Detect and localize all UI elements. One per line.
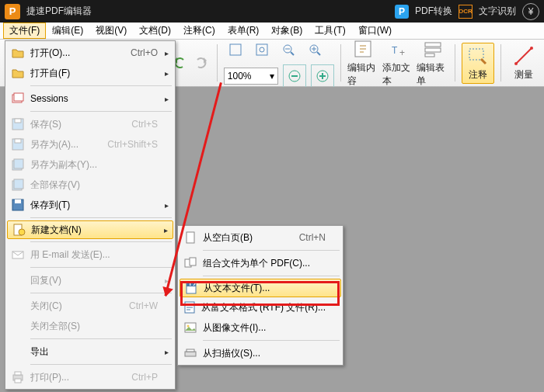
pdf-convert-icon[interactable]: P: [395, 5, 409, 19]
menu-comment[interactable]: 注释(C): [177, 23, 221, 39]
svg-text:+: +: [399, 47, 405, 58]
submenu-combine-label: 组合文件为单个 PDF(C)...: [201, 257, 326, 270]
menu-revert-label: 回复(V): [29, 274, 158, 287]
submenu-from-image[interactable]: 从图像文件(I)...: [180, 317, 341, 338]
svg-rect-2: [230, 44, 241, 55]
submenu-from-scanner[interactable]: 从扫描仪(S)...: [180, 343, 341, 363]
menu-edit[interactable]: 编辑(E): [46, 23, 89, 39]
submenu-from-scanner-label: 从扫描仪(S)...: [201, 347, 326, 360]
zoom-out-icon[interactable]: [277, 38, 300, 61]
annotate-label: 注释: [469, 68, 487, 82]
menu-tool[interactable]: 工具(T): [309, 23, 351, 39]
app-title: 捷速PDF编辑器: [26, 5, 92, 18]
svg-rect-21: [425, 48, 441, 52]
menu-open-from[interactable]: 打开自(F)▸: [7, 63, 173, 83]
menu-form[interactable]: 表单(R): [221, 23, 266, 39]
redo-icon[interactable]: [192, 51, 211, 75]
submenu-from-rtf-label: 从富文本格式 (RTF) 文件(R)...: [200, 301, 326, 314]
menu-object[interactable]: 对象(B): [265, 23, 309, 39]
menu-save-label: 保存(S): [29, 118, 108, 131]
svg-rect-3: [256, 44, 267, 55]
folder-icon: [11, 66, 25, 80]
menu-export-label: 导出: [29, 345, 158, 359]
menu-close-shortcut: Ctrl+W: [129, 300, 158, 311]
svg-rect-54: [185, 352, 196, 356]
menu-new-document[interactable]: 新建文档(N)▸: [7, 220, 173, 239]
new-doc-icon: [12, 223, 26, 237]
svg-rect-52: [185, 323, 196, 332]
zoom-plus-button[interactable]: [311, 64, 334, 88]
submenu-from-image-label: 从图像文件(I)...: [201, 321, 326, 335]
zoom-value: 100%: [228, 71, 252, 82]
menu-save-to-label: 保存到(T): [29, 199, 158, 212]
edit-content-button[interactable]: 编辑内容: [347, 38, 379, 88]
svg-point-4: [260, 47, 264, 52]
submenu-from-text[interactable]: TXT从文本文件(T)...: [180, 279, 341, 297]
zoom-fit-icon[interactable]: [224, 38, 247, 61]
menu-export[interactable]: 导出▸: [7, 342, 173, 362]
zoom-actual-icon[interactable]: [250, 38, 274, 61]
menu-document[interactable]: 文档(D): [133, 23, 177, 39]
svg-rect-32: [15, 139, 21, 143]
pdf-convert-label[interactable]: PDF转换: [415, 5, 452, 18]
zoom-in-icon[interactable]: [303, 38, 326, 61]
zoom-minus-button[interactable]: [283, 64, 306, 88]
submenu-from-blank-label: 从空白页(B): [201, 231, 276, 245]
combine-icon: [183, 256, 197, 270]
svg-rect-38: [15, 199, 21, 203]
menu-view[interactable]: 视图(V): [89, 23, 133, 39]
add-text-label: 添加文本: [382, 61, 414, 88]
menu-file[interactable]: 文件(F): [3, 23, 46, 39]
menu-save-as-shortcut: Ctrl+Shift+S: [107, 139, 158, 150]
svg-text:T: T: [392, 45, 398, 56]
app-logo-icon: P: [5, 4, 20, 19]
save-copy-icon: [11, 158, 25, 172]
submenu-from-blank[interactable]: 从空白页(B)Ctrl+N: [180, 227, 341, 248]
svg-point-40: [19, 229, 25, 235]
rtf-file-icon: [183, 300, 197, 314]
svg-rect-34: [14, 159, 23, 168]
zoom-input[interactable]: 100%▾: [224, 68, 278, 85]
svg-rect-22: [425, 54, 434, 57]
submenu-from-blank-shortcut: Ctrl+N: [299, 232, 326, 243]
svg-rect-23: [469, 49, 483, 60]
svg-line-9: [317, 52, 320, 55]
save-icon: [11, 117, 25, 131]
svg-point-25: [514, 62, 518, 65]
menu-open-label: 打开(O)...: [29, 47, 107, 60]
save-all-icon: [11, 178, 25, 192]
measure-button[interactable]: 测量: [507, 45, 539, 82]
menu-new-document-label: 新建文档(N): [30, 224, 157, 237]
submenu-from-rtf[interactable]: 从富文本格式 (RTF) 文件(R)...: [180, 297, 341, 317]
menu-open[interactable]: 打开(O)...Ctrl+O▸: [7, 43, 173, 63]
menu-save-to[interactable]: 保存到(T)▸: [7, 195, 173, 215]
edit-form-button[interactable]: 编辑表单: [417, 38, 448, 88]
ocr-icon[interactable]: OCR: [459, 5, 473, 19]
svg-point-53: [187, 325, 190, 328]
menu-print: 打印(P)...Ctrl+P: [7, 367, 173, 387]
menu-open-shortcut: Ctrl+O: [131, 47, 158, 58]
menu-save-copy-label: 另存为副本(Y)...: [29, 158, 158, 172]
add-text-button[interactable]: T+添加文本: [382, 38, 414, 88]
currency-icon[interactable]: ¥: [522, 3, 539, 20]
svg-rect-55: [187, 349, 194, 352]
submenu-combine[interactable]: 组合文件为单个 PDF(C)...: [180, 253, 341, 273]
menu-email-label: 用 E-mail 发送(E)...: [29, 248, 158, 262]
menu-close: 关闭(C)Ctrl+W: [7, 296, 173, 316]
annotate-button[interactable]: 注释: [462, 43, 494, 84]
scanner-icon: [183, 346, 197, 360]
titlebar: P 捷速PDF编辑器 P PDF转换 OCR 文字识别 ¥: [0, 0, 544, 23]
menu-window[interactable]: 窗口(W): [352, 23, 398, 39]
ocr-label[interactable]: 文字识别: [479, 5, 516, 18]
edit-form-label: 编辑表单: [417, 61, 448, 88]
measure-label: 测量: [514, 68, 533, 82]
menu-print-shortcut: Ctrl+P: [131, 372, 158, 383]
new-document-submenu: 从空白页(B)Ctrl+N 组合文件为单个 PDF(C)... TXT从文本文件…: [177, 225, 343, 366]
save-as-icon: [11, 137, 25, 151]
print-icon: [11, 370, 25, 384]
menu-save-copy: 另存为副本(Y)...: [7, 154, 173, 175]
menu-close-all-label: 关闭全部(S): [29, 320, 158, 333]
menu-sessions[interactable]: Sessions▸: [7, 88, 173, 109]
sessions-icon: [11, 92, 25, 106]
menu-save-all: 全部保存(V): [7, 175, 173, 195]
